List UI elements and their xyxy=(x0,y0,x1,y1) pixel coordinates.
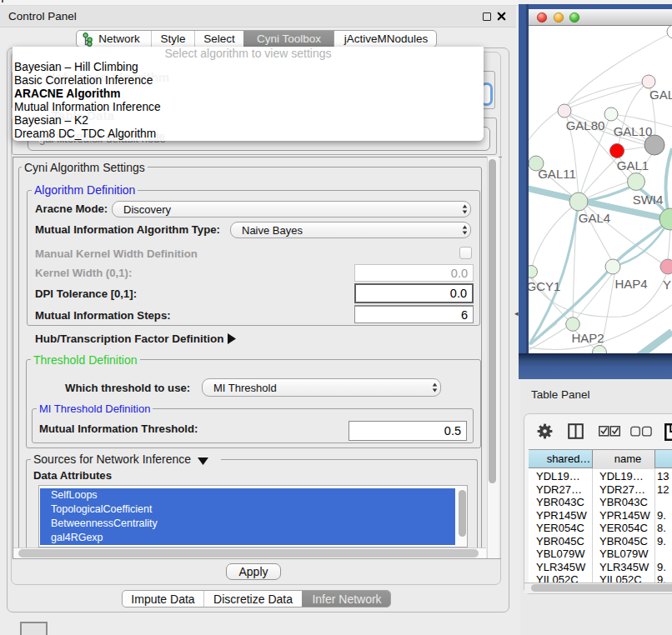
svg-text:GCY1: GCY1 xyxy=(529,279,560,293)
svg-text:HAP4: HAP4 xyxy=(614,277,647,291)
svg-text:Y: Y xyxy=(663,278,671,292)
svg-text:GAL: GAL xyxy=(649,88,672,102)
svg-text:HAP2: HAP2 xyxy=(571,331,604,345)
svg-text:GAL80: GAL80 xyxy=(566,118,605,132)
svg-text:GAL4: GAL4 xyxy=(579,211,610,225)
svg-text:GAL10: GAL10 xyxy=(614,124,653,138)
svg-text:GAL11: GAL11 xyxy=(538,167,576,181)
svg-text:GAL1: GAL1 xyxy=(617,158,649,172)
svg-text:SWI4: SWI4 xyxy=(633,192,664,207)
